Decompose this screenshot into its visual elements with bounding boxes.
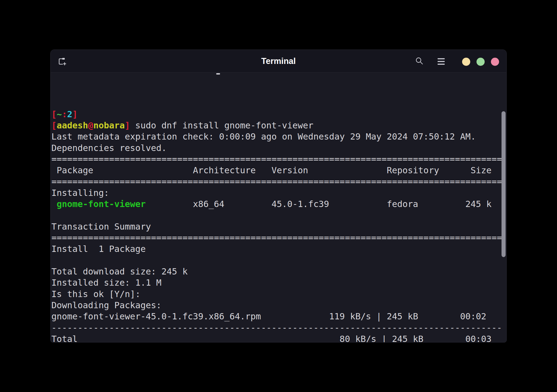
- terminal-line: gnome-font-viewer-45.0-1.fc39.x86_64.rpm…: [51, 311, 506, 322]
- terminal-line: ----------------------------------------…: [51, 322, 506, 334]
- terminal-line: Downloading Packages:: [51, 300, 506, 311]
- terminal-line: [aadesh@nobara] sudo dnf install gnome-f…: [51, 120, 506, 131]
- terminal-line: ========================================…: [51, 176, 506, 187]
- terminal-line: Total 80 kB/s | 245 kB 00:03: [51, 334, 506, 342]
- terminal-line: Total download size: 245 k: [51, 266, 506, 277]
- titlebar[interactable]: Terminal: [51, 50, 506, 73]
- new-tab-button[interactable]: [57, 56, 68, 67]
- terminal-line: Is this ok [Y/n]:: [51, 289, 506, 300]
- search-icon: [415, 57, 424, 67]
- menu-button[interactable]: [436, 57, 446, 66]
- terminal-line: Package Architecture Version Repository …: [51, 165, 506, 176]
- window-button-close[interactable]: [491, 58, 499, 66]
- window-button-minimize[interactable]: [462, 58, 470, 66]
- window-controls: [462, 58, 499, 66]
- terminal-line: Transaction Summary: [51, 221, 506, 232]
- clipped-text-fragment: [216, 73, 220, 75]
- terminal-line: ========================================…: [51, 154, 506, 165]
- terminal-line: Dependencies resolved.: [51, 143, 506, 154]
- terminal-line: [51, 255, 506, 266]
- search-button[interactable]: [414, 56, 425, 67]
- terminal-line: ========================================…: [51, 232, 506, 243]
- terminal-line: [51, 210, 506, 221]
- terminal-line: [~:2]: [51, 109, 506, 120]
- menu-icon: [438, 58, 445, 65]
- scrollbar-thumb[interactable]: [502, 111, 506, 257]
- window-button-maximize[interactable]: [476, 58, 485, 66]
- terminal-window: Terminal [~:2][aadesh@nobara] sudo dnf i…: [50, 50, 507, 342]
- new-tab-icon: [58, 57, 67, 67]
- terminal-line: gnome-font-viewer x86_64 45.0-1.fc39 fed…: [51, 199, 506, 210]
- terminal-line: Last metadata expiration check: 0:00:09 …: [51, 131, 506, 142]
- terminal-line: Installed size: 1.1 M: [51, 277, 506, 288]
- terminal-line: Install 1 Package: [51, 243, 506, 255]
- terminal-output: [~:2][aadesh@nobara] sudo dnf install gn…: [51, 73, 506, 342]
- terminal-line: Installing:: [51, 187, 506, 199]
